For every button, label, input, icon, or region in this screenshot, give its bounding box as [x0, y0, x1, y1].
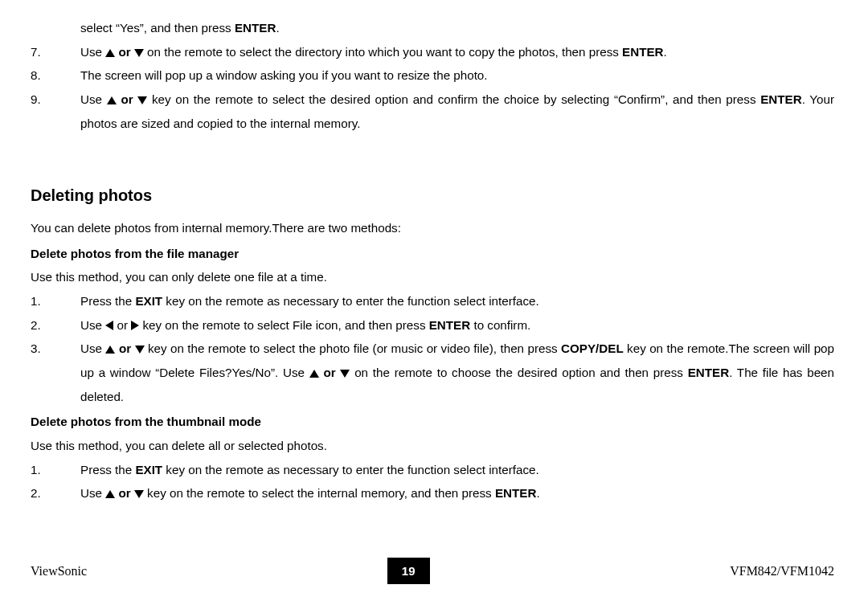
- text: .: [536, 486, 539, 500]
- or-word: or: [118, 45, 130, 59]
- step-number: 7.: [31, 40, 80, 64]
- method-intro: Use this method, you can only delete one…: [31, 265, 834, 289]
- enter-key-label: ENTER: [622, 45, 663, 59]
- text: Use: [80, 92, 107, 106]
- step-number: 1.: [31, 289, 80, 313]
- text: key on the remote to select the internal…: [144, 486, 495, 500]
- method-intro: Use this method, you can delete all or s…: [31, 434, 834, 458]
- up-arrow-icon: [105, 490, 115, 498]
- or-word: or: [118, 486, 130, 500]
- exit-key-label: EXIT: [135, 463, 162, 476]
- text: key on the remote to select File icon, a…: [139, 318, 428, 332]
- text: Use: [80, 318, 105, 332]
- step-7: 7. Use or on the remote to select the di…: [31, 40, 834, 64]
- page-number: 19: [387, 558, 430, 584]
- enter-key-label: ENTER: [429, 318, 470, 332]
- step-body: Use or on the remote to select the direc…: [80, 40, 834, 64]
- or-word: or: [119, 341, 131, 355]
- page-footer: ViewSonic 19 VFM842/VFM1042: [0, 558, 868, 584]
- step-body: Use or key on the remote to select the p…: [80, 337, 834, 408]
- exit-key-label: EXIT: [135, 294, 162, 308]
- text: Press the: [80, 294, 135, 308]
- step-9: 9. Use or key on the remote to select th…: [31, 88, 834, 135]
- down-arrow-icon: [135, 346, 145, 354]
- or-word: or: [117, 318, 128, 332]
- up-arrow-icon: [105, 49, 115, 57]
- down-arrow-icon: [134, 490, 144, 498]
- up-arrow-icon: [309, 370, 319, 378]
- step-8: 8. The screen will pop up a window askin…: [31, 63, 834, 88]
- text: Press the: [80, 463, 135, 476]
- subheading: Delete photos from the thumbnail mode: [31, 410, 834, 434]
- left-arrow-icon: [105, 321, 113, 330]
- method-b-step-1: 1. Press the EXIT key on the remote as n…: [31, 458, 834, 482]
- down-arrow-icon: [137, 96, 147, 104]
- section-intro: You can delete photos from internal memo…: [31, 216, 834, 240]
- or-word: or: [323, 366, 335, 379]
- section-heading: Deleting photos: [31, 180, 834, 211]
- method-a-step-2: 2. Use or key on the remote to select Fi…: [31, 313, 834, 337]
- down-arrow-icon: [340, 370, 350, 378]
- right-arrow-icon: [131, 321, 139, 330]
- text: on the remote to select the directory in…: [144, 45, 622, 59]
- text: .: [276, 21, 279, 35]
- text: key on the remote to select the photo fi…: [145, 341, 562, 355]
- text: Use: [80, 45, 105, 59]
- copydel-key-label: COPY/DEL: [561, 341, 624, 355]
- text: Use: [80, 341, 105, 355]
- enter-key-label: ENTER: [760, 92, 801, 106]
- text: key on the remote as necessary to enter …: [162, 294, 539, 308]
- enter-key-label: ENTER: [688, 366, 729, 379]
- text: key on the remote to select the desired …: [147, 92, 760, 106]
- down-arrow-icon: [134, 49, 144, 57]
- step-number: 2.: [31, 313, 80, 337]
- text: .: [664, 45, 667, 59]
- footer-model: VFM842/VFM1042: [730, 558, 834, 583]
- step-number: 8.: [31, 63, 80, 88]
- step-number: 2.: [31, 481, 80, 505]
- text: Use: [80, 486, 105, 500]
- enter-key-label: ENTER: [495, 486, 536, 500]
- method-a-step-1: 1. Press the EXIT key on the remote as n…: [31, 289, 834, 313]
- step-body: Use or key on the remote to select the d…: [80, 88, 834, 135]
- method-b-step-2: 2. Use or key on the remote to select th…: [31, 481, 834, 505]
- up-arrow-icon: [105, 346, 115, 354]
- text: select “Yes”, and then press: [80, 21, 235, 35]
- step-body: Press the EXIT key on the remote as nece…: [80, 289, 834, 313]
- text: on the remote to choose the desired opti…: [350, 366, 687, 379]
- footer-brand: ViewSonic: [31, 558, 87, 583]
- enter-key-label: ENTER: [235, 21, 276, 35]
- subheading: Delete photos from the file manager: [31, 242, 834, 266]
- step-body: The screen will pop up a window asking y…: [80, 63, 834, 88]
- step-body: Use or key on the remote to select File …: [80, 313, 834, 337]
- or-word: or: [121, 92, 133, 106]
- up-arrow-icon: [107, 96, 117, 104]
- text: key on the remote as necessary to enter …: [162, 463, 539, 476]
- manual-page: select “Yes”, and then press ENTER. 7. U…: [0, 0, 868, 597]
- step-body: Press the EXIT key on the remote as nece…: [80, 458, 834, 482]
- text: to confirm.: [470, 318, 530, 332]
- continued-line: select “Yes”, and then press ENTER.: [80, 16, 834, 40]
- step-body: Use or key on the remote to select the i…: [80, 481, 834, 505]
- method-a-step-3: 3. Use or key on the remote to select th…: [31, 337, 834, 408]
- step-number: 3.: [31, 337, 80, 361]
- step-number: 9.: [31, 88, 80, 112]
- step-number: 1.: [31, 458, 80, 482]
